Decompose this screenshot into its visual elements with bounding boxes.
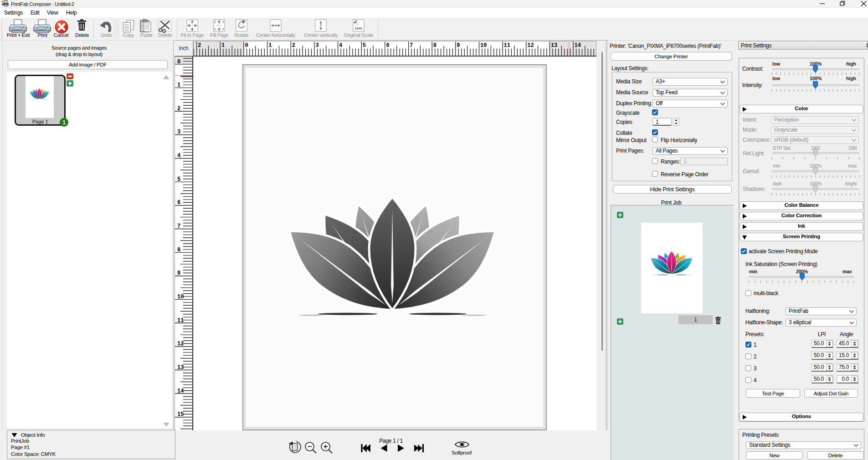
svg-text:12: 12 xyxy=(527,42,534,49)
svg-text:4: 4 xyxy=(177,153,180,159)
svg-text:7: 7 xyxy=(177,223,180,230)
svg-text:8: 8 xyxy=(177,247,180,253)
svg-text:13: 13 xyxy=(551,42,557,49)
svg-text:6: 6 xyxy=(177,199,180,206)
svg-text:14: 14 xyxy=(575,42,581,49)
svg-text:9: 9 xyxy=(177,270,180,276)
svg-text:13: 13 xyxy=(177,364,184,371)
svg-text:3: 3 xyxy=(315,42,318,49)
svg-text:2: 2 xyxy=(292,42,295,49)
svg-text:0: 0 xyxy=(177,59,180,65)
svg-text:2: 2 xyxy=(198,42,201,49)
svg-text:10: 10 xyxy=(177,294,184,300)
svg-text:14: 14 xyxy=(177,388,184,394)
svg-text:7: 7 xyxy=(410,42,413,49)
svg-text:1: 1 xyxy=(268,42,272,49)
svg-text:6: 6 xyxy=(386,42,389,49)
svg-text:9: 9 xyxy=(457,42,460,49)
svg-text:10: 10 xyxy=(480,42,487,49)
svg-text:12: 12 xyxy=(177,341,184,347)
svg-text:8: 8 xyxy=(433,42,437,49)
svg-text:1: 1 xyxy=(177,82,180,88)
svg-text:11: 11 xyxy=(177,317,184,324)
svg-text:5: 5 xyxy=(363,42,366,49)
svg-text:3: 3 xyxy=(177,129,180,135)
svg-text:0: 0 xyxy=(245,42,248,49)
svg-text:11: 11 xyxy=(504,42,510,49)
svg-text:100%: 100% xyxy=(354,27,362,31)
svg-text:15: 15 xyxy=(177,411,184,418)
svg-text:4: 4 xyxy=(339,42,342,49)
svg-text:5: 5 xyxy=(177,176,180,183)
svg-text:1: 1 xyxy=(221,42,225,49)
svg-text:2: 2 xyxy=(177,106,180,112)
